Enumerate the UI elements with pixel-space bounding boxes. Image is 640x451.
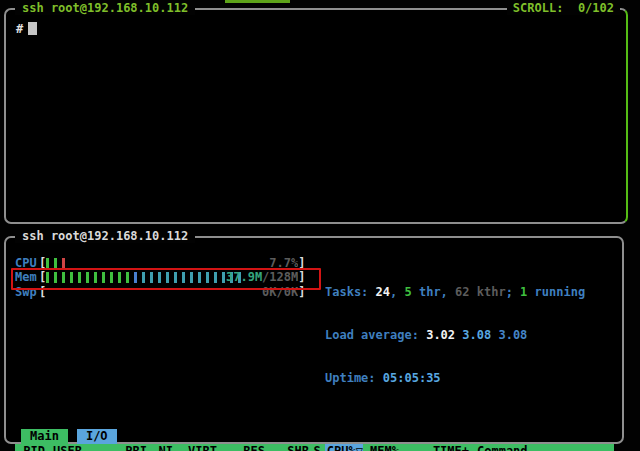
- tasks-thr-label: thr,: [412, 285, 455, 299]
- tasks-line: Tasks: 24, 5 thr, 62 kthr; 1 running: [325, 285, 585, 299]
- uptime-line: Uptime: 05:05:35: [325, 371, 585, 385]
- meter-bar-cache: [142, 272, 145, 283]
- meter-bar-used: [54, 258, 57, 269]
- col-ni[interactable]: NI: [147, 444, 173, 451]
- col-cpu-label: CPU%: [327, 444, 356, 451]
- swp-meter-value: 0K/0K: [262, 285, 298, 299]
- meter-bar-used: [46, 258, 49, 269]
- meter-bar-used: [102, 272, 105, 283]
- mem-bracket-close: ]: [298, 270, 305, 284]
- cpu-meter-bars: [46, 256, 298, 270]
- col-pri[interactable]: PRI: [119, 444, 147, 451]
- cpu-meter-body: 7.7%: [46, 256, 298, 270]
- sort-descending-icon: ▽: [356, 444, 363, 451]
- cpu-meter-value: 7.7%: [269, 256, 298, 270]
- mem-meter: Mem[ 37.9M/128M ]: [15, 270, 317, 284]
- tab-main[interactable]: Main: [21, 429, 68, 443]
- meter-bar-used: [78, 272, 81, 283]
- tasks-sep2: ;: [506, 285, 520, 299]
- meter-bar-used: [118, 272, 121, 283]
- uptime-label: Uptime:: [325, 371, 383, 385]
- tasks-count: 24: [376, 285, 390, 299]
- uptime-value: 05:05:35: [383, 371, 441, 385]
- scroll-indicator: SCROLL: 0/102: [507, 1, 620, 15]
- meter-bar-used: [46, 272, 49, 283]
- shell-prompt: #: [16, 22, 23, 36]
- tasks-running-label: running: [527, 285, 585, 299]
- swp-bracket-open: [: [39, 285, 46, 299]
- mem-meter-label: Mem: [15, 270, 39, 284]
- swp-meter-label: Swp: [15, 285, 39, 299]
- tasks-label: Tasks:: [325, 285, 376, 299]
- pane-title-top: ssh root@192.168.10.112: [15, 1, 195, 15]
- shell-prompt-line[interactable]: #: [6, 10, 626, 48]
- meter-bar-used: [70, 272, 73, 283]
- meters-column: CPU[ 7.7% ] Mem[ 37.9M/128M ]: [15, 256, 317, 414]
- htop-app: CPU[ 7.7% ] Mem[ 37.9M/128M ]: [6, 238, 622, 442]
- scroll-label: SCROLL:: [513, 1, 564, 15]
- tasks-kthr: 62 kthr: [455, 285, 506, 299]
- process-table-header: PID USER PRI NI VIRT RES SHR S CPU%▽ MEM…: [15, 444, 614, 451]
- scroll-value: 0/102: [578, 1, 614, 15]
- cpu-bracket-close: ]: [298, 256, 305, 270]
- load-15min: 3.08: [498, 328, 527, 342]
- mem-total: /128M: [262, 270, 298, 284]
- terminal-cursor: [28, 22, 37, 35]
- load-average-line: Load average: 3.02 3.08 3.08: [325, 328, 585, 342]
- pane-htop[interactable]: ssh root@192.168.10.112 CPU[ 7.7% ] Mem[: [4, 236, 624, 444]
- cpu-meter-label: CPU: [15, 256, 39, 270]
- col-shr[interactable]: SHR: [265, 444, 309, 451]
- col-s[interactable]: S: [309, 444, 325, 451]
- htop-header-area: CPU[ 7.7% ] Mem[ 37.9M/128M ]: [15, 256, 614, 414]
- meter-bar-cache: [214, 272, 217, 283]
- meter-bar-cache: [190, 272, 193, 283]
- swp-bracket-close: ]: [298, 285, 305, 299]
- col-time[interactable]: TIME+: [399, 444, 469, 451]
- scroll-gap: [563, 1, 577, 15]
- meter-bar-cache: [150, 272, 153, 283]
- col-virt[interactable]: VIRT: [173, 444, 217, 451]
- col-mem[interactable]: MEM%: [363, 444, 399, 451]
- mem-used: 37.9M: [226, 270, 262, 284]
- meter-bar-cache: [198, 272, 201, 283]
- mem-bracket-open: [: [39, 270, 46, 284]
- tasks-sep1: ,: [390, 285, 404, 299]
- meter-bar-buffers: [134, 272, 137, 283]
- col-res[interactable]: RES: [217, 444, 265, 451]
- cpu-bracket-open: [: [39, 256, 46, 270]
- col-command[interactable]: Command: [469, 444, 614, 451]
- col-user[interactable]: USER: [45, 444, 119, 451]
- spacer-line: [15, 414, 614, 429]
- cpu-meter: CPU[ 7.7% ]: [15, 256, 317, 270]
- meter-bar-used: [62, 272, 65, 283]
- meter-bar-used: [126, 272, 129, 283]
- meter-bar-used: [54, 272, 57, 283]
- load-label: Load average:: [325, 328, 426, 342]
- terminal-screen: ssh root@192.168.10.112 SCROLL: 0/102 # …: [0, 0, 640, 451]
- swp-meter: Swp[ 0K/0K ]: [15, 285, 317, 299]
- meter-bar-used: [110, 272, 113, 283]
- mem-meter-body: 37.9M/128M: [46, 270, 298, 284]
- htop-tabs: Main I/O: [21, 429, 614, 443]
- meter-bar-used: [94, 272, 97, 283]
- video-progress-artifact: [225, 0, 290, 3]
- col-pid[interactable]: PID: [15, 444, 45, 451]
- mem-meter-value: 37.9M/128M: [226, 270, 298, 284]
- swp-meter-bars: [46, 285, 298, 299]
- meter-bar-cache: [222, 272, 225, 283]
- load-1min: 3.02: [426, 328, 455, 342]
- meter-bar-cache: [206, 272, 209, 283]
- meter-bar-used: [86, 272, 89, 283]
- stats-column: Tasks: 24, 5 thr, 62 kthr; 1 running Loa…: [317, 256, 585, 414]
- pane-shell[interactable]: ssh root@192.168.10.112 SCROLL: 0/102 #: [4, 8, 628, 224]
- col-cpu-sort[interactable]: CPU%▽: [325, 444, 363, 451]
- meter-bar-kernel: [62, 258, 65, 269]
- tab-io[interactable]: I/O: [77, 429, 117, 443]
- meter-bar-cache: [166, 272, 169, 283]
- load-5min: 3.08: [462, 328, 491, 342]
- meter-bar-cache: [158, 272, 161, 283]
- meter-bar-cache: [182, 272, 185, 283]
- swp-meter-body: 0K/0K: [46, 285, 298, 299]
- meter-bar-cache: [174, 272, 177, 283]
- tasks-thr: 5: [404, 285, 411, 299]
